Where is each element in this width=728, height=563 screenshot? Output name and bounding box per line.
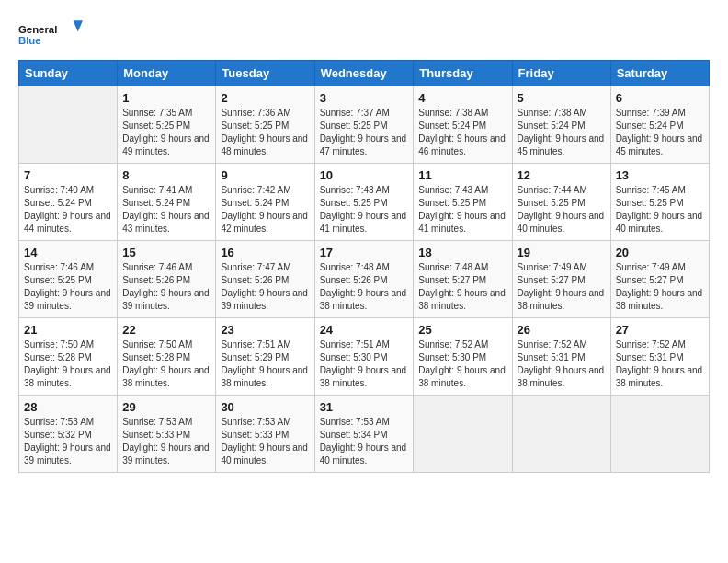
day-info: Sunrise: 7:51 AMSunset: 5:30 PMDaylight:… (320, 339, 409, 390)
weekday-header: Friday (512, 61, 610, 86)
day-number: 15 (122, 246, 210, 259)
day-number: 20 (616, 246, 704, 259)
day-info: Sunrise: 7:44 AMSunset: 5:25 PMDaylight:… (518, 184, 606, 236)
day-number: 3 (320, 91, 409, 105)
day-info: Sunrise: 7:37 AMSunset: 5:25 PMDaylight:… (320, 107, 409, 158)
day-info: Sunrise: 7:48 AMSunset: 5:26 PMDaylight:… (320, 261, 409, 313)
calendar-week-row: 14Sunrise: 7:46 AMSunset: 5:25 PMDayligh… (19, 241, 710, 318)
calendar-week-row: 28Sunrise: 7:53 AMSunset: 5:32 PMDayligh… (19, 396, 710, 473)
calendar-cell: 11Sunrise: 7:43 AMSunset: 5:25 PMDayligh… (414, 164, 512, 241)
calendar-cell: 10Sunrise: 7:43 AMSunset: 5:25 PMDayligh… (314, 164, 414, 241)
page-header: General Blue (18, 18, 710, 51)
day-number: 17 (320, 246, 409, 259)
calendar-cell: 9Sunrise: 7:42 AMSunset: 5:24 PMDaylight… (216, 164, 314, 241)
day-info: Sunrise: 7:47 AMSunset: 5:26 PMDaylight:… (221, 261, 309, 313)
day-number: 16 (221, 246, 309, 259)
logo-icon: General Blue (18, 18, 83, 51)
day-number: 29 (122, 400, 210, 414)
day-number: 19 (518, 246, 606, 259)
day-info: Sunrise: 7:52 AMSunset: 5:31 PMDaylight:… (518, 339, 606, 390)
day-number: 7 (24, 168, 112, 182)
weekday-header: Saturday (610, 61, 709, 86)
day-info: Sunrise: 7:42 AMSunset: 5:24 PMDaylight:… (221, 184, 309, 236)
calendar-cell (512, 396, 610, 473)
day-info: Sunrise: 7:53 AMSunset: 5:34 PMDaylight:… (320, 416, 409, 467)
day-number: 22 (122, 323, 210, 337)
calendar-cell: 16Sunrise: 7:47 AMSunset: 5:26 PMDayligh… (216, 241, 314, 318)
day-info: Sunrise: 7:49 AMSunset: 5:27 PMDaylight:… (518, 261, 606, 313)
day-info: Sunrise: 7:48 AMSunset: 5:27 PMDaylight:… (418, 261, 506, 313)
day-number: 23 (221, 323, 309, 337)
day-info: Sunrise: 7:39 AMSunset: 5:24 PMDaylight:… (616, 107, 704, 158)
day-info: Sunrise: 7:40 AMSunset: 5:24 PMDaylight:… (24, 184, 112, 236)
day-info: Sunrise: 7:35 AMSunset: 5:25 PMDaylight:… (122, 107, 210, 158)
svg-text:Blue: Blue (18, 35, 41, 46)
calendar-cell: 4Sunrise: 7:38 AMSunset: 5:24 PMDaylight… (414, 86, 512, 164)
calendar-cell: 26Sunrise: 7:52 AMSunset: 5:31 PMDayligh… (512, 318, 610, 396)
day-number: 21 (24, 323, 112, 337)
calendar-cell: 27Sunrise: 7:52 AMSunset: 5:31 PMDayligh… (610, 318, 709, 396)
calendar-cell (19, 86, 118, 164)
day-info: Sunrise: 7:53 AMSunset: 5:33 PMDaylight:… (122, 416, 210, 467)
calendar-week-row: 21Sunrise: 7:50 AMSunset: 5:28 PMDayligh… (19, 318, 710, 396)
day-info: Sunrise: 7:52 AMSunset: 5:30 PMDaylight:… (418, 339, 506, 390)
day-number: 26 (518, 323, 606, 337)
day-info: Sunrise: 7:38 AMSunset: 5:24 PMDaylight:… (418, 107, 506, 158)
calendar-cell: 17Sunrise: 7:48 AMSunset: 5:26 PMDayligh… (314, 241, 414, 318)
day-number: 12 (518, 168, 606, 182)
day-number: 4 (418, 91, 506, 105)
day-info: Sunrise: 7:50 AMSunset: 5:28 PMDaylight:… (122, 339, 210, 390)
day-info: Sunrise: 7:43 AMSunset: 5:25 PMDaylight:… (418, 184, 506, 236)
calendar-cell: 8Sunrise: 7:41 AMSunset: 5:24 PMDaylight… (118, 164, 216, 241)
calendar-cell: 7Sunrise: 7:40 AMSunset: 5:24 PMDaylight… (19, 164, 118, 241)
day-number: 11 (418, 168, 506, 182)
calendar-cell: 21Sunrise: 7:50 AMSunset: 5:28 PMDayligh… (19, 318, 118, 396)
calendar-cell: 28Sunrise: 7:53 AMSunset: 5:32 PMDayligh… (19, 396, 118, 473)
svg-text:General: General (18, 24, 57, 35)
day-info: Sunrise: 7:53 AMSunset: 5:33 PMDaylight:… (221, 416, 309, 467)
weekday-header: Wednesday (314, 61, 414, 86)
day-number: 27 (616, 323, 704, 337)
day-number: 9 (221, 168, 309, 182)
svg-marker-2 (74, 20, 84, 31)
day-info: Sunrise: 7:52 AMSunset: 5:31 PMDaylight:… (616, 339, 704, 390)
day-info: Sunrise: 7:49 AMSunset: 5:27 PMDaylight:… (616, 261, 704, 313)
weekday-header: Sunday (19, 61, 118, 86)
weekday-header: Monday (118, 61, 216, 86)
day-number: 13 (616, 168, 704, 182)
calendar-cell: 2Sunrise: 7:36 AMSunset: 5:25 PMDaylight… (216, 86, 314, 164)
calendar-cell: 5Sunrise: 7:38 AMSunset: 5:24 PMDaylight… (512, 86, 610, 164)
day-info: Sunrise: 7:50 AMSunset: 5:28 PMDaylight:… (24, 339, 112, 390)
weekday-header: Thursday (414, 61, 512, 86)
day-number: 5 (518, 91, 606, 105)
calendar-week-row: 7Sunrise: 7:40 AMSunset: 5:24 PMDaylight… (19, 164, 710, 241)
weekday-header: Tuesday (216, 61, 314, 86)
calendar-cell: 30Sunrise: 7:53 AMSunset: 5:33 PMDayligh… (216, 396, 314, 473)
header-row: SundayMondayTuesdayWednesdayThursdayFrid… (19, 61, 710, 86)
day-info: Sunrise: 7:46 AMSunset: 5:25 PMDaylight:… (24, 261, 112, 313)
logo: General Blue (18, 18, 83, 51)
day-number: 31 (320, 400, 409, 414)
day-number: 2 (221, 91, 309, 105)
day-info: Sunrise: 7:41 AMSunset: 5:24 PMDaylight:… (122, 184, 210, 236)
calendar-cell: 6Sunrise: 7:39 AMSunset: 5:24 PMDaylight… (610, 86, 709, 164)
calendar-cell: 12Sunrise: 7:44 AMSunset: 5:25 PMDayligh… (512, 164, 610, 241)
day-info: Sunrise: 7:53 AMSunset: 5:32 PMDaylight:… (24, 416, 112, 467)
calendar-cell: 14Sunrise: 7:46 AMSunset: 5:25 PMDayligh… (19, 241, 118, 318)
day-info: Sunrise: 7:51 AMSunset: 5:29 PMDaylight:… (221, 339, 309, 390)
calendar-cell: 13Sunrise: 7:45 AMSunset: 5:25 PMDayligh… (610, 164, 709, 241)
day-number: 28 (24, 400, 112, 414)
day-number: 18 (418, 246, 506, 259)
day-number: 8 (122, 168, 210, 182)
day-number: 1 (122, 91, 210, 105)
calendar-cell: 20Sunrise: 7:49 AMSunset: 5:27 PMDayligh… (610, 241, 709, 318)
calendar-cell: 19Sunrise: 7:49 AMSunset: 5:27 PMDayligh… (512, 241, 610, 318)
day-number: 24 (320, 323, 409, 337)
calendar-cell (610, 396, 709, 473)
calendar-cell (414, 396, 512, 473)
day-info: Sunrise: 7:43 AMSunset: 5:25 PMDaylight:… (320, 184, 409, 236)
calendar-cell: 3Sunrise: 7:37 AMSunset: 5:25 PMDaylight… (314, 86, 414, 164)
calendar-table: SundayMondayTuesdayWednesdayThursdayFrid… (18, 60, 710, 473)
calendar-cell: 22Sunrise: 7:50 AMSunset: 5:28 PMDayligh… (118, 318, 216, 396)
day-info: Sunrise: 7:38 AMSunset: 5:24 PMDaylight:… (518, 107, 606, 158)
